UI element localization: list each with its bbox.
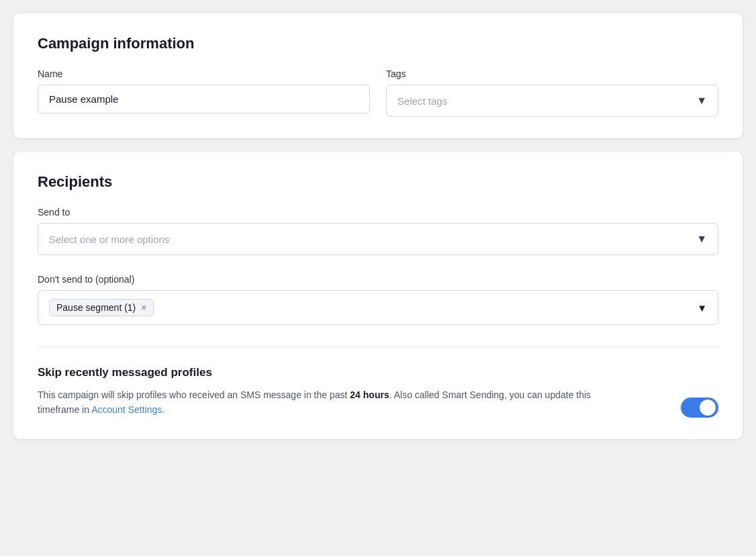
dont-send-chevron-icon: ▼ (697, 302, 707, 314)
toggle-slider (681, 398, 718, 418)
smart-sending-toggle[interactable] (681, 398, 718, 418)
skip-content: Skip recently messaged profiles This cam… (38, 366, 628, 418)
campaign-form-row: Name Tags Select tags ▼ (38, 68, 718, 117)
skip-desc-start: This campaign will skip profiles who rec… (38, 389, 350, 400)
recipients-card: Recipients Send to Select one or more op… (13, 152, 743, 439)
tags-group: Tags Select tags ▼ (386, 68, 718, 117)
skip-bold: 24 hours (350, 389, 389, 400)
send-to-section: Send to Select one or more options ▼ (38, 207, 718, 255)
campaign-information-card: Campaign information Name Tags Select ta… (13, 13, 743, 138)
name-group: Name (38, 68, 370, 113)
chip-label: Pause segment (1) (56, 302, 136, 313)
name-input[interactable] (38, 85, 370, 113)
send-to-select[interactable]: Select one or more options ▼ (38, 223, 718, 255)
account-settings-link[interactable]: Account Settings (91, 404, 162, 415)
send-to-label: Send to (38, 207, 718, 218)
chip-remove-button[interactable]: × (141, 303, 146, 312)
tags-label: Tags (386, 68, 718, 79)
skip-row: Skip recently messaged profiles This cam… (38, 366, 718, 418)
tags-chevron-icon: ▼ (696, 95, 707, 107)
dont-send-section: Don't send to (optional) Pause segment (… (38, 274, 718, 325)
skip-section: Skip recently messaged profiles This cam… (38, 346, 718, 418)
skip-description: This campaign will skip profiles who rec… (38, 387, 628, 418)
tags-placeholder: Select tags (397, 95, 447, 107)
skip-desc-end: . (162, 404, 164, 415)
chips-area: Pause segment (1) × (49, 299, 154, 316)
dont-send-label: Don't send to (optional) (38, 274, 718, 285)
tags-select[interactable]: Select tags ▼ (386, 85, 718, 117)
chip-close-icon: × (141, 302, 146, 313)
recipients-title: Recipients (38, 173, 718, 191)
send-to-placeholder: Select one or more options (49, 234, 169, 245)
name-label: Name (38, 68, 370, 79)
campaign-information-title: Campaign information (38, 35, 718, 52)
skip-title: Skip recently messaged profiles (38, 366, 628, 379)
dont-send-select[interactable]: Pause segment (1) × ▼ (38, 290, 718, 325)
send-to-chevron-icon: ▼ (696, 233, 707, 245)
pause-segment-chip: Pause segment (1) × (49, 299, 154, 316)
